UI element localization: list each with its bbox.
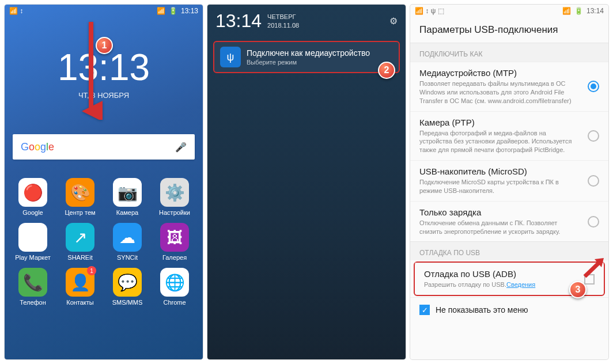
footer-label: Не показывать это меню (436, 305, 528, 314)
footer-row[interactable]: ✓ Не показывать это меню (410, 297, 608, 322)
wifi-icon: 📶 (157, 7, 165, 15)
swipe-down-arrow: 1 (80, 22, 103, 122)
phone-notification-shade: 13:14 ЧЕТВЕРГ2018.11.08 ⚙ ψ Подключен ка… (207, 5, 406, 359)
app-Телефон[interactable]: 📞Телефон (13, 268, 53, 306)
pointer-arrow (582, 255, 605, 278)
status-time: 13:14 (586, 7, 604, 15)
phone-usb-settings: 📶 ↕ ψ ⬚ 📶🔋13:14 Параметры USB-подключени… (410, 5, 608, 359)
status-bar: 📶 ↕ ψ ⬚ 📶🔋13:14 (410, 5, 608, 17)
option-Только зарядка[interactable]: Только зарядкаОтключение обмена данными … (410, 201, 608, 242)
section-debug: ОТЛАДКА ПО USB (410, 241, 608, 260)
mic-icon[interactable]: 🎤 (175, 142, 187, 153)
app-SHAREit[interactable]: ↗SHAREit (60, 223, 100, 261)
app-grid: 🔴Google🎨Центр тем📷Камера⚙️Настройки▶Play… (5, 160, 203, 306)
usb-notification[interactable]: ψ Подключен как медиаустройство Выберите… (213, 41, 400, 73)
app-Play Маркет[interactable]: ▶Play Маркет (13, 223, 53, 261)
app-Chrome[interactable]: 🌐Chrome (154, 268, 195, 306)
section-connect-as: ПОДКЛЮЧИТЬ КАК (410, 43, 608, 62)
option-title: Отладка по USB (ADB) (424, 269, 573, 279)
shade-day: ЧЕТВЕРГ (267, 13, 296, 20)
status-left-icons: 📶 ↕ ψ ⬚ (415, 7, 444, 15)
wifi-icon: 📶 (562, 7, 571, 15)
option-desc: Разрешить отладку по USB.Сведения (424, 280, 573, 289)
app-Центр тем[interactable]: 🎨Центр тем (60, 178, 100, 216)
option-Медиаустройство (MTP)[interactable]: Медиаустройство (MTP)Позволяет передават… (410, 62, 608, 111)
app-Контакты[interactable]: 👤1Контакты (60, 268, 100, 306)
app-Google[interactable]: 🔴Google (13, 178, 53, 216)
google-logo: Google (21, 141, 54, 153)
notification-title: Подключен как медиаустройство (247, 48, 370, 58)
google-search-bar[interactable]: Google 🎤 (13, 134, 195, 160)
step-marker-1: 1 (96, 37, 113, 54)
step-marker-3: 3 (569, 281, 586, 298)
status-bar: 📶 ↕ 📶🔋13:13 (5, 5, 203, 17)
status-time: 13:13 (181, 7, 198, 15)
notification-subtitle: Выберите режим (247, 59, 370, 66)
clock-date: ЧТ, 8 НОЯБРЯ (5, 91, 203, 100)
dont-show-checkbox[interactable]: ✓ (419, 305, 430, 315)
shade-time: 13:14 (215, 10, 262, 32)
option-USB-накопитель (MicroSD)[interactable]: USB-накопитель (MicroSD)Подключение Micr… (410, 160, 608, 201)
settings-gear-icon[interactable]: ⚙ (389, 16, 398, 26)
app-Галерея[interactable]: 🖼Галерея (154, 223, 195, 261)
notification-header: 13:14 ЧЕТВЕРГ2018.11.08 ⚙ (207, 5, 406, 37)
details-link[interactable]: Сведения (506, 281, 535, 288)
signal-icon: 📶 ↕ (9, 7, 23, 15)
radio[interactable] (588, 81, 599, 92)
step-marker-2: 2 (378, 62, 395, 79)
highlighted-option: Отладка по USB (ADB) Разрешить отладку п… (414, 261, 605, 296)
radio[interactable] (588, 175, 599, 187)
battery-icon: 🔋 (169, 7, 177, 15)
app-SYNCit[interactable]: ☁SYNCit (107, 223, 147, 261)
option-Камера (PTP)[interactable]: Камера (PTP)Передача фотографий и медиа-… (410, 111, 608, 161)
page-title: Параметры USB-подключения (410, 17, 608, 43)
phone-home-screen: 📶 ↕ 📶🔋13:13 13:13 ЧТ, 8 НОЯБРЯ Google 🎤 … (5, 5, 203, 359)
app-SMS/MMS[interactable]: 💬SMS/MMS (107, 268, 147, 306)
radio[interactable] (588, 216, 599, 227)
app-Настройки[interactable]: ⚙️Настройки (154, 178, 195, 216)
app-Камера[interactable]: 📷Камера (107, 178, 147, 216)
radio[interactable] (588, 130, 599, 142)
shade-date: 2018.11.08 (267, 22, 299, 29)
battery-icon: 🔋 (574, 7, 583, 15)
usb-icon: ψ (220, 47, 241, 67)
